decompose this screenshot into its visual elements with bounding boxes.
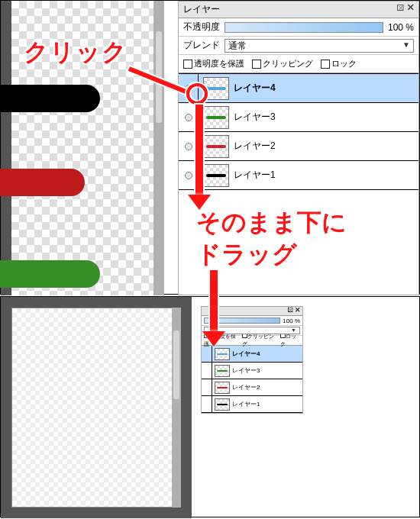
blend-row: ブレンド 通常 (179, 37, 418, 55)
visibility-toggle[interactable] (202, 396, 212, 412)
canvas-checker[interactable] (11, 1, 161, 295)
layer-row[interactable]: レイヤー3 (202, 363, 302, 379)
clipping-checkbox[interactable]: クリッピング (242, 333, 277, 348)
opacity-slider[interactable] (225, 22, 383, 33)
panel-dock-icons[interactable]: ⮽ ✕ (287, 307, 301, 314)
layer-name: レイヤー2 (234, 140, 276, 153)
visibility-dot-icon (185, 172, 192, 179)
lock-checkbox[interactable]: ロック (321, 58, 357, 69)
layer-thumbnail (203, 106, 229, 129)
layer-thumbnail (215, 382, 230, 394)
vertical-scrollbar[interactable] (172, 308, 181, 508)
layer-name: レイヤー2 (232, 383, 260, 392)
clipping-checkbox[interactable]: クリッピング (252, 58, 313, 69)
layer-row[interactable]: レイヤー4 (179, 74, 418, 103)
opacity-value: 100 % (388, 22, 414, 33)
layer-name: レイヤー4 (234, 82, 276, 95)
layer-name: レイヤー1 (234, 169, 276, 182)
panel-title-bar[interactable]: レイヤー ⮽ ✕ (179, 2, 418, 18)
canvas-area-after (1, 297, 192, 518)
annotation-highlight-ring (186, 83, 208, 105)
layer-row[interactable]: レイヤー2 (202, 379, 302, 396)
panel-dock-icons[interactable]: ⮽ ✕ (396, 3, 415, 12)
stroke-black (0, 85, 100, 112)
layer-name: レイヤー3 (234, 111, 276, 124)
layers-list: レイヤー4レイヤー3レイヤー2レイヤー1 (202, 346, 302, 413)
vertical-scrollbar[interactable] (153, 1, 164, 295)
stroke-green (0, 260, 100, 288)
lock-checkbox[interactable]: ロック (280, 333, 300, 348)
blend-label: ブレンド (183, 39, 220, 52)
layer-name: レイヤー3 (232, 366, 260, 375)
layer-thumbnail (203, 164, 229, 187)
layers-list: レイヤー4レイヤー3レイヤー2レイヤー1 (179, 73, 418, 190)
opacity-value: 100 % (283, 318, 300, 324)
tutorial-step-before: レイヤー ⮽ ✕ 不透明度 100 % ブレンド 通常 透明度を保護 クリッピン… (0, 0, 420, 295)
layer-name: レイヤー1 (232, 400, 260, 408)
layer-thumbnail (215, 348, 230, 360)
layer-row[interactable]: レイヤー3 (179, 103, 418, 132)
annotation-bridge-arrow (210, 270, 218, 333)
layer-thumbnail (215, 398, 230, 411)
visibility-toggle[interactable] (202, 379, 212, 395)
visibility-dot-icon (185, 114, 192, 121)
opacity-label: 不透明度 (183, 21, 220, 34)
visibility-dot-icon (185, 143, 192, 150)
blend-select[interactable]: 通常 (225, 39, 414, 53)
layer-name: レイヤー4 (232, 350, 260, 358)
visibility-toggle[interactable] (202, 346, 212, 362)
visibility-toggle[interactable] (202, 363, 212, 379)
opacity-row: 不透明度 100 % (179, 18, 418, 37)
layer-thumbnail (215, 365, 230, 377)
canvas-area (1, 1, 164, 295)
canvas-checker-after[interactable] (11, 308, 181, 508)
layer-row[interactable]: レイヤー2 (179, 132, 418, 161)
annotation-down-arrow (195, 105, 203, 196)
layer-row[interactable]: レイヤー1 (202, 396, 302, 413)
protect-opacity-checkbox[interactable]: 透明度を保護 (183, 58, 244, 69)
layers-panel: レイヤー ⮽ ✕ 不透明度 100 % ブレンド 通常 透明度を保護 クリッピン… (178, 1, 419, 295)
layer-row[interactable]: レイヤー1 (179, 161, 418, 190)
stroke-red (0, 169, 85, 196)
layer-row[interactable]: レイヤー4 (202, 346, 302, 363)
panel-title: レイヤー (183, 4, 220, 15)
layer-thumbnail (203, 135, 229, 158)
options-row: 透明度を保護 クリッピング ロック (179, 55, 418, 73)
